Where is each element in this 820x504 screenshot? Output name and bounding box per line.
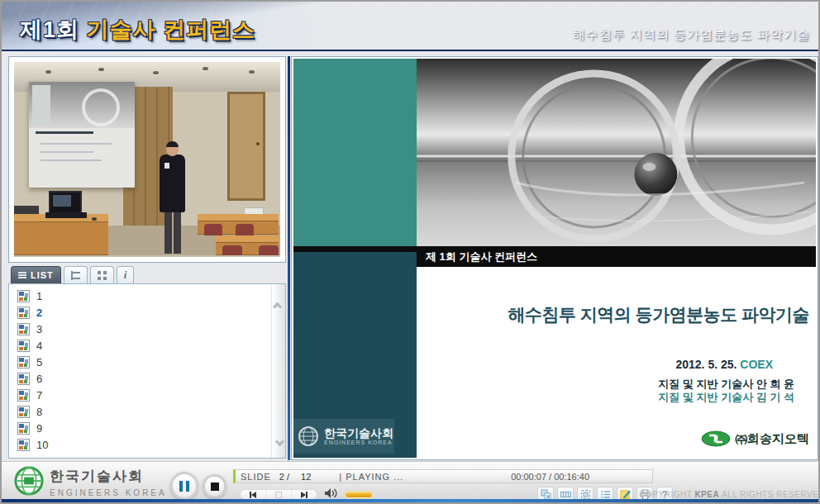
webcast-player-window: 제1회 기술사 컨퍼런스 해수침투 지역의 등가염분농도 파악기술 <box>0 0 820 504</box>
list-item[interactable]: 6 <box>9 370 270 387</box>
list-item[interactable]: 9 <box>9 420 270 436</box>
copyright-text: COPYRIGHT KPEA ALL RIGHTS RESERVED <box>639 490 820 499</box>
playback-status-bar: SLIDE 2 / 12 | PLAYING ... 00:00:07 / 00… <box>233 469 653 483</box>
list-item-number: 9 <box>36 422 42 435</box>
slide-org-name: 한국기술사회 <box>324 427 393 440</box>
room-door <box>227 92 265 201</box>
tab-info[interactable]: i <box>117 266 135 283</box>
panel-divider <box>288 56 290 460</box>
playback-state: | PLAYING ... <box>339 472 403 482</box>
scroll-down-icon[interactable] <box>272 433 285 453</box>
list-item[interactable]: 4 <box>9 337 270 354</box>
copyright-prefix: COPYRIGHT <box>639 490 694 499</box>
list-item[interactable]: 5 <box>9 354 270 370</box>
volume-fill <box>346 492 372 497</box>
pause-icon-bar <box>186 481 189 492</box>
footer-org-name: 한국기술사회 <box>50 467 167 486</box>
thumbnail-grid-icon <box>98 271 107 280</box>
tab-thumbnails[interactable] <box>90 266 114 283</box>
slide-thumbnail-icon <box>17 307 30 319</box>
lecture-video-frame[interactable] <box>14 62 280 257</box>
list-item[interactable]: 3 <box>9 321 270 337</box>
slide-thumbnail-icon <box>17 373 30 385</box>
slide-thumbnail-icon <box>17 340 30 352</box>
slide-author-secondary: 지질 및 지반 기술사 김 기 석 <box>658 391 794 404</box>
projected-text-line <box>41 151 93 153</box>
control-bar: 한국기술사회 ENGINEERS KOREA SLIDE 2 / 12 | PL… <box>2 461 818 499</box>
slide-list-box: 1 2 3 4 5 6 7 8 9 10 <box>8 283 286 459</box>
playback-time: 00:00:07 / 00:16:40 <box>511 472 589 482</box>
next-bar-icon <box>306 492 308 498</box>
list-scrollbar[interactable] <box>271 284 285 458</box>
slide-teal-block <box>293 59 417 246</box>
ceiling-light <box>98 68 104 71</box>
stop-icon <box>211 483 219 491</box>
pause-button[interactable] <box>170 472 198 500</box>
volume-slider[interactable] <box>344 491 374 499</box>
conference-title-prefix: 제1회 <box>20 17 79 42</box>
conference-title-main: 기술사 컨퍼런스 <box>87 17 256 42</box>
next-slide-button[interactable] <box>291 490 317 499</box>
slide-org-logo: 한국기술사회 ENGINEERS KOREA <box>293 419 394 454</box>
slide-darkteal-block: 한국기술사회 ENGINEERS KOREA <box>293 252 417 458</box>
list-item-number: 10 <box>36 439 48 451</box>
sync-icon <box>275 492 282 498</box>
list-item-number: 5 <box>36 356 42 368</box>
table-front <box>14 222 108 255</box>
list-item[interactable]: 7 <box>9 387 270 403</box>
footer-org: 한국기술사회 ENGINEERS KOREA <box>50 467 167 497</box>
chair <box>222 245 242 255</box>
header-banner: 제1회 기술사 컨퍼런스 해수침투 지역의 등가염분농도 파악기술 <box>2 2 818 51</box>
copyright-suffix: ALL RIGHTS RESERVED <box>719 490 820 499</box>
slide-author-primary: 지질 및 지반 기술사 안 희 윤 <box>658 378 794 391</box>
sync-slide-button[interactable] <box>265 490 291 499</box>
projected-title-line <box>36 131 93 134</box>
projected-text-line <box>41 159 102 161</box>
bottom-accent-strip <box>2 499 818 502</box>
outline-tree-icon <box>71 271 80 280</box>
table <box>198 214 279 221</box>
slide-label: SLIDE <box>241 472 271 482</box>
list-item-number: 1 <box>36 290 42 302</box>
slide-list-panel: LIST i 1 2 3 4 5 <box>8 266 286 460</box>
presenter-body <box>160 155 185 212</box>
slide-venue: COEX <box>740 358 773 371</box>
list-item[interactable]: 1 <box>9 288 270 304</box>
list-item[interactable]: 10 <box>9 436 270 453</box>
projected-photo <box>29 82 135 128</box>
slide-date-line: 2012. 5. 25. COEX <box>675 358 773 371</box>
slide-list: 1 2 3 4 5 6 7 8 9 10 <box>9 288 270 458</box>
stop-button[interactable] <box>203 474 226 498</box>
slide-current: 2 / <box>279 472 289 482</box>
heesong-geotek-logo-icon <box>701 430 731 447</box>
mouse <box>92 217 97 221</box>
list-item[interactable]: 8 <box>9 403 270 420</box>
scroll-up-icon[interactable] <box>272 296 285 316</box>
tab-list[interactable]: LIST <box>11 266 61 283</box>
prev-slide-button[interactable] <box>241 490 265 499</box>
ceiling-light <box>249 70 255 74</box>
list-item-number: 8 <box>36 406 42 418</box>
slide-sphere-image <box>417 59 816 249</box>
video-panel <box>8 56 286 263</box>
slide-org-subtitle: ENGINEERS KOREA <box>324 440 393 445</box>
slide-band-title: 제 1회 기술사 컨퍼런스 <box>426 246 537 267</box>
pause-icon <box>179 481 183 492</box>
list-item-number: 7 <box>36 389 42 402</box>
slide-thumbnail-icon <box>17 356 30 368</box>
ceiling-light <box>203 67 208 70</box>
laptop-base <box>45 212 87 218</box>
slide-authors: 지질 및 지반 기술사 안 희 윤 지질 및 지반 기술사 김 기 석 <box>658 378 794 404</box>
chair <box>204 224 222 235</box>
list-panel-tabs: LIST i <box>11 266 134 283</box>
slide-viewer: 제 1회 기술사 컨퍼런스 한국기술사회 ENGINEERS KOREA <box>291 56 818 460</box>
list-item-number: 4 <box>36 340 42 352</box>
slide-main-title: 해수침투 지역의 등가염분농도 파악기술 <box>508 303 809 326</box>
tab-list-label: LIST <box>31 270 54 280</box>
prev-triangle-icon <box>251 492 256 498</box>
tab-outline[interactable] <box>64 266 88 283</box>
ceiling-light <box>153 71 159 74</box>
list-item[interactable]: 2 <box>9 304 270 321</box>
presenter-badge <box>164 163 169 169</box>
list-icon <box>18 272 26 278</box>
